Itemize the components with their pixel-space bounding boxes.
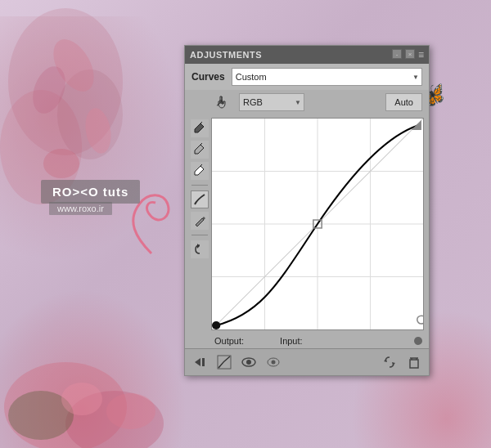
- curves-svg: [212, 119, 423, 329]
- channel-row: ↗ RGB Red Green Blue Auto: [185, 90, 429, 114]
- watermark-text: RO><O tuts: [41, 180, 140, 204]
- refresh-button[interactable]: [380, 352, 399, 372]
- curves-label: Curves: [191, 71, 225, 83]
- channel-select-wrapper: RGB Red Green Blue: [239, 93, 304, 111]
- close-button[interactable]: ×: [405, 49, 415, 59]
- eye-view-button[interactable]: [264, 352, 283, 372]
- output-label: Output:: [214, 336, 244, 346]
- preset-select[interactable]: Custom Default Strong Contrast Medium Co…: [232, 68, 422, 86]
- svg-marker-27: [195, 358, 200, 366]
- rotate-ccw-tool[interactable]: [191, 240, 209, 258]
- floral-decoration-bottomleft: [0, 268, 205, 448]
- pencil-draw-tool[interactable]: [191, 212, 209, 230]
- curves-preset-row: Curves Custom Default Strong Contrast Me…: [185, 64, 429, 90]
- panel-titlebar: ADJUSTMENTS - × ≡: [185, 46, 429, 64]
- output-input-row: Output: Input:: [185, 334, 429, 348]
- minimize-button[interactable]: -: [392, 49, 402, 59]
- svg-line-13: [200, 122, 202, 123]
- svg-rect-36: [410, 360, 418, 368]
- panel-window-controls: - × ≡: [392, 49, 424, 60]
- tools-sidebar: [188, 118, 211, 330]
- prev-adjustment-button[interactable]: [190, 352, 209, 372]
- input-label: Input:: [280, 336, 303, 346]
- svg-marker-25: [412, 120, 421, 130]
- svg-line-15: [200, 164, 202, 166]
- svg-point-31: [246, 360, 251, 365]
- curves-icon-button[interactable]: [214, 352, 234, 372]
- smooth-curve-tool[interactable]: [191, 190, 209, 208]
- svg-point-26: [417, 316, 423, 324]
- channel-select[interactable]: RGB Red Green Blue: [239, 93, 304, 111]
- preset-select-wrapper: Custom Default Strong Contrast Medium Co…: [232, 68, 422, 86]
- bottom-toolbar: [185, 348, 429, 375]
- floral-decoration-topleft: [0, 16, 180, 262]
- adjustments-panel: ADJUSTMENTS - × ≡ Curves Custom Default …: [184, 45, 430, 376]
- delete-button[interactable]: [404, 352, 424, 372]
- svg-rect-28: [202, 358, 205, 366]
- eyedropper-gray-tool[interactable]: [191, 141, 209, 159]
- watermark-subtext: www.roxo.ir: [49, 202, 112, 215]
- eyedropper-white-tool[interactable]: [191, 162, 209, 180]
- svg-line-14: [200, 143, 202, 145]
- panel-title: ADJUSTMENTS: [190, 50, 262, 60]
- svg-point-33: [272, 361, 276, 365]
- svg-point-24: [212, 321, 220, 329]
- curves-main-area: [185, 114, 429, 334]
- panel-menu-button[interactable]: ≡: [418, 49, 424, 60]
- svg-text:↗: ↗: [215, 96, 224, 109]
- point-indicator: [414, 337, 422, 345]
- auto-button[interactable]: Auto: [385, 93, 422, 111]
- pointer-hand-icon: ↗: [214, 95, 229, 110]
- tool-separator-1: [191, 185, 208, 186]
- visibility-toggle-button[interactable]: [239, 352, 259, 372]
- curves-graph[interactable]: [211, 118, 424, 330]
- tool-separator-2: [191, 235, 208, 235]
- eyedropper-dark-tool[interactable]: [191, 119, 209, 137]
